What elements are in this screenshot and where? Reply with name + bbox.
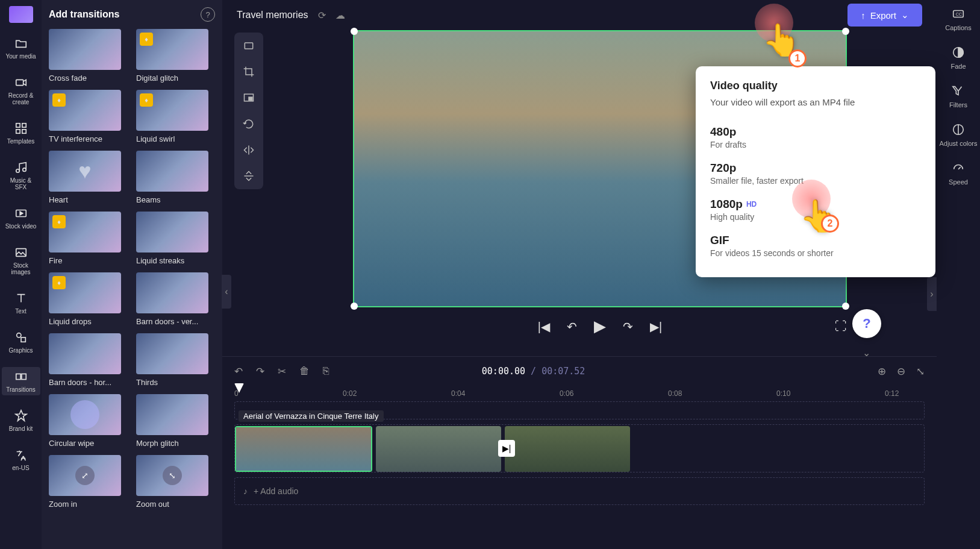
- quality-option-480p[interactable]: 480p For drafts: [710, 119, 921, 155]
- nav-stock-video[interactable]: Stock video: [2, 204, 40, 232]
- svg-point-9: [16, 333, 20, 337]
- tool-adjust-colors[interactable]: Adjust colors: [940, 122, 978, 147]
- timeline-toolbar: ↶ ↷ ✂ 🗑 ⎘ 00:00.00 / 00:07.52 ⊕ ⊖ ⤡: [222, 357, 937, 386]
- delete-icon[interactable]: 🗑: [299, 365, 310, 377]
- export-button[interactable]: ↑ Export ⌄: [847, 4, 922, 27]
- svg-rect-15: [249, 97, 252, 100]
- tool-captions[interactable]: CCCaptions: [945, 6, 971, 31]
- nav-transitions[interactable]: Transitions: [2, 367, 40, 395]
- transition-barn-doors-ver[interactable]: Barn doors - ver...: [136, 272, 215, 326]
- transition-barn-doors-hor[interactable]: Barn doors - hor...: [49, 333, 128, 387]
- filters-icon: [950, 83, 966, 99]
- transition-liquid-drops[interactable]: ♦Liquid drops: [49, 272, 128, 326]
- zoom-in-icon[interactable]: ⊕: [878, 365, 886, 378]
- tool-filters[interactable]: Filters: [949, 83, 967, 108]
- right-tools-rail: CCCaptions Fade Filters Adjust colors Sp…: [937, 0, 980, 549]
- tool-fade[interactable]: Fade: [950, 45, 966, 70]
- skip-prev-icon[interactable]: |◀: [538, 319, 550, 334]
- video-clip-2[interactable]: [376, 426, 501, 472]
- nav-language[interactable]: en-US: [2, 445, 40, 474]
- quality-option-1080p[interactable]: 1080pHD High quality: [710, 192, 921, 228]
- project-title[interactable]: Travel memories ⟳ ☁: [237, 10, 345, 21]
- premium-badge-icon: ♦: [52, 93, 66, 107]
- hd-badge: HD: [746, 200, 757, 209]
- transition-beams[interactable]: Beams: [136, 151, 215, 204]
- nav-text[interactable]: Text: [2, 289, 40, 317]
- transition-cross-fade[interactable]: Cross fade: [49, 29, 128, 83]
- collapse-timeline-icon[interactable]: ⌄: [863, 347, 870, 359]
- transitions-grid: Cross fade ♦Digital glitch ♦TV interfere…: [49, 29, 215, 509]
- duplicate-icon[interactable]: ⎘: [323, 365, 329, 377]
- rewind-5-icon[interactable]: ↶: [567, 319, 577, 334]
- left-nav-rail: Your media Record & create Templates Mus…: [0, 0, 42, 549]
- flip-v-icon[interactable]: [242, 169, 256, 183]
- resize-handle[interactable]: [351, 28, 358, 35]
- popup-title: Video quality: [710, 80, 921, 92]
- video-track[interactable]: Aerial of Vernazza in Cinque Terre Italy…: [234, 424, 925, 472]
- rotate-icon[interactable]: [242, 117, 256, 131]
- transition-zoom-out[interactable]: ⤡Zoom out: [136, 455, 215, 509]
- nav-templates[interactable]: Templates: [2, 119, 40, 147]
- audio-track[interactable]: ♪ + Add audio: [234, 477, 925, 505]
- resize-handle[interactable]: [842, 303, 849, 310]
- transition-heart[interactable]: Heart: [49, 151, 128, 204]
- forward-5-icon[interactable]: ↷: [623, 319, 633, 334]
- resize-handle[interactable]: [842, 28, 849, 35]
- transition-zoom-in[interactable]: ⤢Zoom in: [49, 455, 128, 509]
- nav-record-create[interactable]: Record & create: [2, 73, 40, 108]
- play-icon[interactable]: ▶: [594, 317, 606, 336]
- quality-option-720p[interactable]: 720p Smaller file, faster export: [710, 155, 921, 192]
- video-clip-3[interactable]: [505, 426, 630, 472]
- svg-text:CC: CC: [955, 11, 962, 17]
- transition-thirds[interactable]: Thirds: [136, 333, 215, 387]
- nav-brand-kit[interactable]: Brand kit: [2, 406, 40, 434]
- app-logo[interactable]: [9, 6, 33, 23]
- collapse-right-panel-button[interactable]: ›: [927, 277, 937, 311]
- flip-h-icon[interactable]: [242, 143, 256, 157]
- adjust-icon: [950, 122, 966, 137]
- undo-icon[interactable]: ↶: [234, 365, 243, 378]
- playback-controls: |◀ ↶ ▶ ↷ ▶| ⛶: [353, 317, 847, 336]
- svg-rect-13: [245, 43, 252, 49]
- pip-icon[interactable]: [242, 91, 256, 105]
- skip-next-icon[interactable]: ▶|: [650, 319, 662, 334]
- nav-stock-images[interactable]: Stock images: [2, 243, 40, 278]
- captions-icon: CC: [950, 6, 966, 22]
- transition-digital-glitch[interactable]: ♦Digital glitch: [136, 29, 215, 83]
- fit-icon[interactable]: [242, 39, 256, 52]
- transition-liquid-swirl[interactable]: ♦Liquid swirl: [136, 90, 215, 143]
- help-icon[interactable]: ?: [201, 7, 215, 22]
- preview-section: |◀ ↶ ▶ ↷ ▶| ⛶ Video quality Your video w…: [222, 30, 937, 356]
- zoom-fit-icon[interactable]: ⤡: [916, 365, 925, 378]
- transition-morph-glitch[interactable]: Morph glitch: [136, 394, 215, 448]
- nav-your-media[interactable]: Your media: [2, 34, 40, 62]
- sync-icon: ⟳: [318, 10, 326, 21]
- tool-speed[interactable]: Speed: [949, 160, 968, 186]
- svg-rect-2: [22, 124, 25, 127]
- popup-subtitle: Your video will export as an MP4 file: [710, 97, 921, 107]
- timeline-ruler[interactable]: 0 0:02 0:04 0:06 0:08 0:10 0:12: [222, 386, 937, 401]
- zoom-out-icon[interactable]: ⊖: [897, 365, 905, 378]
- split-icon[interactable]: ✂: [278, 365, 286, 378]
- transition-marker-icon[interactable]: ▶|: [498, 440, 515, 457]
- camera-icon: [14, 75, 28, 90]
- help-button[interactable]: ?: [852, 309, 881, 338]
- nav-graphics[interactable]: Graphics: [2, 328, 40, 356]
- svg-rect-3: [16, 130, 19, 133]
- cloud-off-icon: ☁: [336, 10, 345, 21]
- export-quality-popup: Video quality Your video will export as …: [696, 66, 935, 277]
- resize-handle[interactable]: [351, 303, 358, 310]
- premium-badge-icon: ♦: [52, 215, 66, 228]
- main-editor: ‹ Travel memories ⟳ ☁ ↑ Export ⌄: [222, 0, 937, 549]
- quality-option-gif[interactable]: GIF For videos 15 seconds or shorter: [710, 228, 921, 264]
- transitions-panel: Add transitions ? Cross fade ♦Digital gl…: [42, 0, 222, 549]
- video-clip-1[interactable]: [235, 426, 372, 472]
- nav-music-sfx[interactable]: Music & SFX: [2, 158, 40, 193]
- transition-fire[interactable]: ♦Fire: [49, 212, 128, 265]
- redo-icon[interactable]: ↷: [256, 365, 264, 378]
- transition-liquid-streaks[interactable]: Liquid streaks: [136, 212, 215, 265]
- crop-icon[interactable]: [242, 64, 256, 78]
- transition-circular-wipe[interactable]: Circular wipe: [49, 394, 128, 448]
- transition-tv-interference[interactable]: ♦TV interference: [49, 90, 128, 143]
- fullscreen-icon[interactable]: ⛶: [835, 319, 847, 333]
